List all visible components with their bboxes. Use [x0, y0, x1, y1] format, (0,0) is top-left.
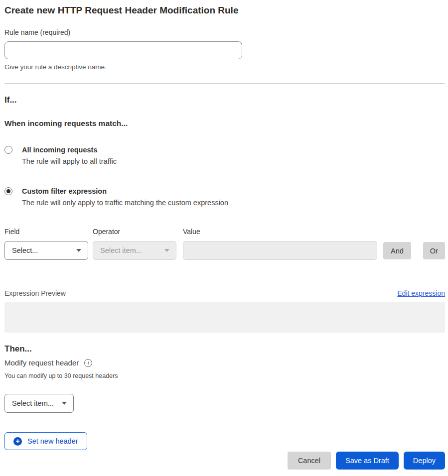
operator-label: Operator [93, 228, 176, 236]
field-select[interactable]: Select... [4, 241, 88, 260]
value-column: Value [183, 228, 377, 260]
save-as-draft-button[interactable]: Save as Draft [336, 452, 399, 470]
field-column: Field Select... [4, 228, 88, 260]
footer-actions: Cancel Save as Draft Deploy [4, 452, 445, 470]
field-label: Field [4, 228, 88, 236]
value-label: Value [183, 228, 377, 236]
radio-option-text: Custom filter expression The rule will o… [22, 187, 228, 207]
radio-option-description: The rule will only apply to traffic matc… [22, 198, 228, 207]
deploy-button[interactable]: Deploy [404, 452, 445, 470]
page-title: Create new HTTP Request Header Modificat… [4, 5, 445, 16]
rule-name-section: Rule name (required) Give your rule a de… [4, 28, 445, 71]
operator-column: Operator Select item... [93, 228, 176, 260]
header-action-select-value: Select item... [12, 399, 54, 407]
radio-unselected-icon [4, 146, 12, 154]
if-heading: If... [4, 95, 445, 105]
section-divider [4, 83, 445, 84]
expression-builder-row: Field Select... Operator Select item... … [4, 228, 445, 260]
cancel-button[interactable]: Cancel [288, 452, 331, 470]
radio-option-label: Custom filter expression [22, 187, 228, 196]
expression-preview-header: Expression Preview Edit expression [4, 289, 445, 297]
or-button[interactable]: Or [423, 242, 445, 259]
set-new-header-label: Set new header [27, 437, 78, 445]
rule-name-label: Rule name (required) [4, 28, 70, 36]
and-button[interactable]: And [383, 242, 411, 259]
chevron-down-icon [164, 249, 169, 252]
chevron-down-icon [76, 249, 81, 252]
radio-option-custom-filter[interactable]: Custom filter expression The rule will o… [4, 187, 445, 207]
plus-icon: + [13, 437, 22, 446]
modify-header-row: Modify request header i [4, 358, 445, 367]
radio-option-label: All incoming requests [22, 145, 117, 154]
operator-select-value: Select item... [100, 246, 142, 254]
radio-option-all-incoming[interactable]: All incoming requests The rule will appl… [4, 145, 445, 166]
expression-preview-label: Expression Preview [4, 289, 66, 297]
chevron-down-icon [62, 402, 67, 405]
operator-select: Select item... [93, 241, 176, 260]
radio-option-text: All incoming requests The rule will appl… [22, 145, 117, 166]
field-select-value: Select... [12, 246, 38, 254]
rule-name-input[interactable] [4, 41, 242, 59]
header-action-select[interactable]: Select item... [4, 394, 74, 413]
radio-selected-icon [4, 187, 12, 195]
expression-preview-box [4, 302, 445, 333]
then-heading: Then... [4, 344, 445, 354]
rule-name-help: Give your rule a descriptive name. [4, 63, 445, 71]
value-input [183, 241, 377, 260]
match-subheading: When incoming requests match... [4, 119, 445, 128]
edit-expression-link[interactable]: Edit expression [397, 289, 445, 297]
set-new-header-button[interactable]: + Set new header [4, 432, 87, 450]
modify-header-label: Modify request header [4, 358, 79, 367]
modify-header-help: You can modify up to 30 request headers [4, 372, 445, 379]
create-rule-form: Create new HTTP Request Header Modificat… [0, 0, 448, 470]
radio-option-description: The rule will apply to all traffic [22, 157, 117, 166]
info-icon[interactable]: i [84, 359, 92, 367]
